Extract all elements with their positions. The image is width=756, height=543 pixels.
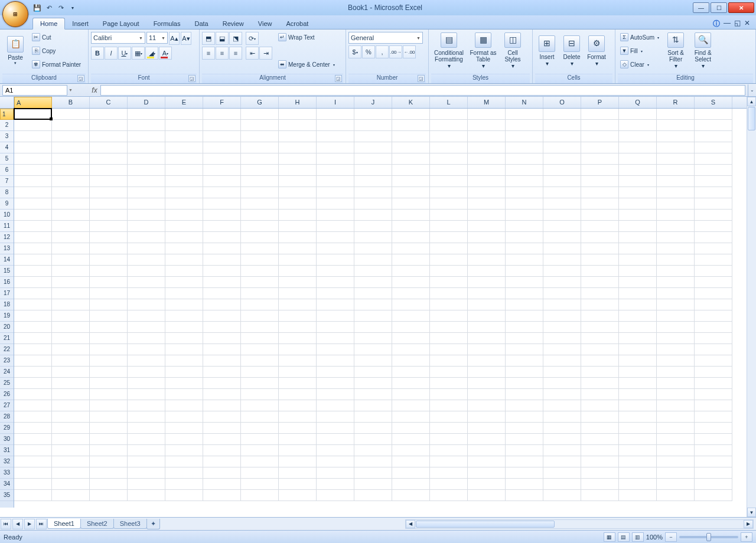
- cell[interactable]: [241, 344, 279, 355]
- cell[interactable]: [241, 400, 279, 411]
- cell[interactable]: [506, 142, 543, 153]
- cell[interactable]: [52, 389, 90, 400]
- cell[interactable]: [392, 310, 430, 322]
- cell[interactable]: [128, 456, 165, 467]
- underline-button[interactable]: U▾: [118, 47, 131, 60]
- cell[interactable]: [90, 142, 128, 153]
- cell[interactable]: [279, 198, 317, 210]
- cell[interactable]: [657, 490, 695, 501]
- cell[interactable]: [543, 299, 581, 310]
- cell[interactable]: [52, 411, 90, 423]
- cell[interactable]: [695, 266, 732, 277]
- first-sheet-button[interactable]: ⏮: [1, 519, 11, 529]
- normal-view-button[interactable]: ▦: [604, 532, 615, 542]
- cell[interactable]: [468, 333, 506, 344]
- cell[interactable]: [241, 176, 279, 187]
- cell[interactable]: [695, 344, 732, 355]
- cell[interactable]: [392, 142, 430, 153]
- clear-button[interactable]: ◇Clear▾: [618, 58, 662, 71]
- vscroll-thumb[interactable]: [748, 107, 755, 130]
- cell[interactable]: [317, 333, 354, 344]
- column-header[interactable]: O: [543, 97, 581, 108]
- cell[interactable]: [279, 389, 317, 400]
- cell[interactable]: [203, 378, 241, 389]
- cell[interactable]: [619, 109, 657, 120]
- cell[interactable]: [695, 367, 732, 378]
- cell[interactable]: [14, 254, 52, 266]
- cell[interactable]: [165, 109, 203, 120]
- cell[interactable]: [165, 176, 203, 187]
- cell[interactable]: [392, 389, 430, 400]
- cell[interactable]: [241, 165, 279, 176]
- cell[interactable]: [695, 389, 732, 400]
- column-header[interactable]: H: [279, 97, 317, 108]
- cell[interactable]: [468, 131, 506, 142]
- cell[interactable]: [354, 456, 392, 467]
- cell[interactable]: [241, 490, 279, 501]
- hscroll-thumb[interactable]: [416, 521, 555, 528]
- cell[interactable]: [279, 232, 317, 243]
- cell[interactable]: [581, 221, 619, 232]
- cell[interactable]: [543, 142, 581, 153]
- cell[interactable]: [657, 378, 695, 389]
- cell[interactable]: [619, 254, 657, 266]
- border-button[interactable]: ▦▾: [132, 47, 145, 60]
- sheet-tab-3[interactable]: Sheet3: [113, 519, 147, 529]
- cell[interactable]: [241, 479, 279, 490]
- cell[interactable]: [392, 344, 430, 355]
- cell[interactable]: [506, 131, 543, 142]
- cell[interactable]: [354, 176, 392, 187]
- cell[interactable]: [317, 344, 354, 355]
- cell[interactable]: [52, 378, 90, 389]
- cell[interactable]: [543, 266, 581, 277]
- cell[interactable]: [468, 423, 506, 434]
- cell[interactable]: [657, 288, 695, 299]
- cell[interactable]: [581, 254, 619, 266]
- cell[interactable]: [657, 176, 695, 187]
- cell[interactable]: [506, 490, 543, 501]
- cell[interactable]: [165, 434, 203, 445]
- cell[interactable]: [468, 456, 506, 467]
- cell[interactable]: [695, 400, 732, 411]
- cell[interactable]: [657, 153, 695, 165]
- cell[interactable]: [468, 299, 506, 310]
- cell[interactable]: [506, 344, 543, 355]
- cell[interactable]: [317, 210, 354, 221]
- cell[interactable]: [506, 176, 543, 187]
- cell[interactable]: [128, 277, 165, 288]
- cell[interactable]: [128, 333, 165, 344]
- cell[interactable]: [203, 142, 241, 153]
- cell[interactable]: [128, 131, 165, 142]
- tab-view[interactable]: View: [251, 18, 279, 29]
- cell[interactable]: [203, 109, 241, 120]
- cell[interactable]: [14, 445, 52, 456]
- cell[interactable]: [354, 423, 392, 434]
- cell[interactable]: [543, 445, 581, 456]
- zoom-level[interactable]: 100%: [646, 534, 663, 541]
- cell[interactable]: [581, 434, 619, 445]
- cell[interactable]: [52, 344, 90, 355]
- cell[interactable]: [392, 434, 430, 445]
- cell[interactable]: [430, 221, 468, 232]
- select-all-corner[interactable]: [0, 97, 14, 109]
- cell[interactable]: [128, 423, 165, 434]
- cell[interactable]: [581, 109, 619, 120]
- cell[interactable]: [317, 131, 354, 142]
- cell[interactable]: [14, 221, 52, 232]
- cell[interactable]: [468, 288, 506, 299]
- cell[interactable]: [468, 165, 506, 176]
- cell[interactable]: [619, 176, 657, 187]
- scroll-left-icon[interactable]: ◀: [406, 520, 415, 528]
- column-header[interactable]: B: [52, 97, 90, 108]
- cell[interactable]: [52, 400, 90, 411]
- cell[interactable]: [354, 467, 392, 479]
- cell[interactable]: [52, 310, 90, 322]
- cell[interactable]: [657, 479, 695, 490]
- cell[interactable]: [165, 243, 203, 254]
- bold-button[interactable]: B: [91, 47, 104, 60]
- cell[interactable]: [52, 176, 90, 187]
- tab-formulas[interactable]: Formulas: [146, 18, 188, 29]
- cell[interactable]: [90, 389, 128, 400]
- cell[interactable]: [241, 187, 279, 198]
- cell[interactable]: [203, 479, 241, 490]
